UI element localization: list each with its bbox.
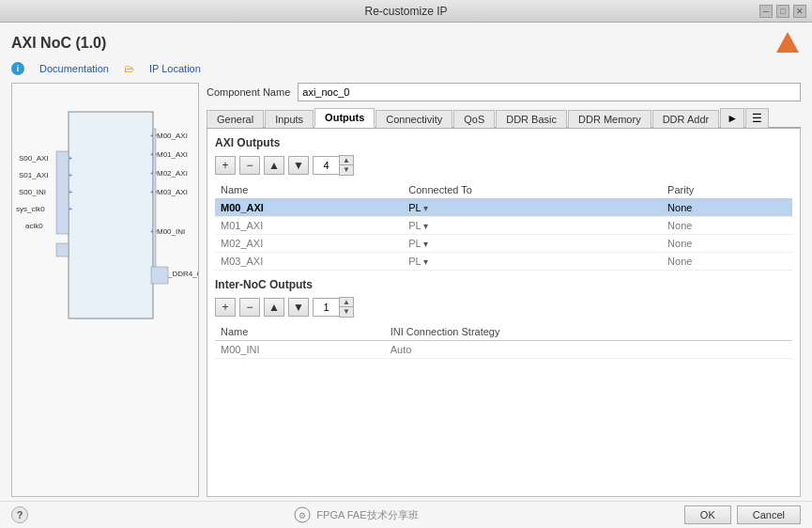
axi-col-parity: Parity [662,181,792,199]
right-panel: Component Name General Inputs Outputs Co… [207,83,801,497]
axi-outputs-table: Name Connected To Parity M00_AXI PL ▾ No… [215,181,792,271]
tab-ddr-memory[interactable]: DDR Memory [568,110,651,128]
svg-rect-24 [153,129,156,281]
axi-table-row[interactable]: M02_AXI PL ▾ None [215,235,792,253]
tab-menu-btn[interactable]: ☰ [745,108,769,128]
axi-row-connected[interactable]: PL ▾ [403,199,662,217]
ip-location-link[interactable]: IP Location [149,63,201,74]
svg-marker-0 [776,32,799,53]
axi-row-name: M01_AXI [215,217,403,235]
component-name-row: Component Name [207,83,801,101]
ini-down-button[interactable]: ▼ [288,298,309,317]
ini-spin-down[interactable]: ▼ [340,307,353,317]
tab-general[interactable]: General [207,110,264,128]
main-window: AXI NoC (1.0) i Documentation 🗁 IP Locat… [0,23,812,528]
documentation-link[interactable]: Documentation [39,63,109,74]
ini-col-name: Name [215,323,385,341]
axi-remove-button[interactable]: − [239,156,260,175]
bottom-buttons: OK Cancel [684,505,801,524]
svg-text:+: + [69,155,72,162]
tab-qos[interactable]: QoS [453,110,495,128]
maximize-button[interactable]: □ [776,5,789,18]
ini-col-strategy: INI Connection Strategy [385,323,792,341]
axi-row-parity: None [662,235,792,253]
axi-row-name: M00_AXI [215,199,403,217]
axi-row-parity: None [662,253,792,271]
axi-table-row[interactable]: M00_AXI PL ▾ None [215,199,792,217]
ini-spin-btns[interactable]: ▲ ▼ [339,297,354,318]
ini-outputs-title: Inter-NoC Outputs [215,278,792,291]
out-m01axi-label: M01_AXI [157,150,188,159]
svg-text:+: + [69,206,72,212]
svg-text:⚙: ⚙ [299,511,306,520]
axi-count-input[interactable] [313,156,339,175]
ini-count-input-group[interactable]: ▲ ▼ [313,297,354,318]
title-bar: Re-customize IP ─ □ ✕ [0,0,812,23]
port-aclk0-label: aclk0 [25,222,43,230]
tab-ddr-basic[interactable]: DDR Basic [496,110,567,128]
out-m00axi-label: M00_AXI [157,132,188,140]
content-area: S00_AXI + S01_AXI + S00_INI + sys_clk0 +… [0,79,812,501]
ini-up-button[interactable]: ▲ [264,298,284,317]
axi-spin-up[interactable]: ▲ [340,156,353,165]
ini-remove-button[interactable]: − [239,298,260,317]
axi-table-row[interactable]: M03_AXI PL ▾ None [215,253,792,271]
port-s00axi-label: S00_AXI [19,154,49,163]
axi-count-input-group[interactable]: ▲ ▼ [313,155,354,176]
out-m00ini-label: M00_INI [157,227,185,236]
axi-row-connected[interactable]: PL ▾ [403,253,662,271]
axi-spin-btns[interactable]: ▲ ▼ [339,155,354,176]
tabs-container: General Inputs Outputs Connectivity QoS … [207,107,801,129]
tab-connectivity[interactable]: Connectivity [375,110,452,128]
vivado-logo-icon [774,30,801,56]
window-controls[interactable]: ─ □ ✕ [759,5,806,18]
tab-content: AXI Outputs + − ▲ ▼ ▲ ▼ [207,129,801,497]
tab-inputs[interactable]: Inputs [265,110,314,128]
port-sysclk0-label: sys_clk0 [16,205,45,213]
axi-outputs-toolbar: + − ▲ ▼ ▲ ▼ [215,155,792,176]
svg-rect-1 [69,112,153,318]
ok-button[interactable]: OK [684,505,731,524]
toolbar-links: i Documentation 🗁 IP Location [0,60,812,79]
ini-spin-up[interactable]: ▲ [340,298,353,307]
ini-outputs-toolbar: + − ▲ ▼ ▲ ▼ [215,297,792,318]
out-m02axi-label: M02_AXI [157,169,188,178]
close-button[interactable]: ✕ [793,5,806,18]
port-s00ini-label: S00_INI [19,188,46,196]
tab-ddr-addr[interactable]: DDR Addr [652,110,720,128]
svg-text:+: + [69,189,72,195]
axi-table-row[interactable]: M01_AXI PL ▾ None [215,217,792,235]
axi-down-button[interactable]: ▼ [288,156,309,175]
axi-row-connected[interactable]: PL ▾ [403,235,662,253]
axi-row-parity: None [662,217,792,235]
svg-rect-25 [151,267,168,284]
component-name-input[interactable] [298,83,801,101]
info-icon: i [11,62,24,75]
axi-col-connected: Connected To [403,181,662,199]
ini-table-row[interactable]: M00_INI Auto [215,341,792,359]
tab-overflow-btn[interactable]: ► [720,108,744,128]
port-s01axi-label: S01_AXI [19,171,49,179]
axi-add-button[interactable]: + [215,156,236,175]
watermark: ⚙ FPGA FAE技术分享班 [294,506,418,523]
axi-outputs-title: AXI Outputs [215,136,792,149]
ini-count-input[interactable] [313,298,339,317]
axi-row-connected[interactable]: PL ▾ [403,217,662,235]
axi-up-button[interactable]: ▲ [264,156,284,175]
folder-icon: 🗁 [124,63,134,74]
svg-text:+: + [69,172,72,179]
ini-add-button[interactable]: + [215,298,236,317]
tab-outputs[interactable]: Outputs [314,108,375,128]
ini-row-strategy: Auto [385,341,792,359]
help-button[interactable]: ? [11,506,28,523]
watermark-text: FPGA FAE技术分享班 [316,508,418,522]
minimize-button[interactable]: ─ [759,5,773,18]
left-panel: S00_AXI + S01_AXI + S00_INI + sys_clk0 +… [11,83,199,497]
out-m03axi-label: M03_AXI [157,188,188,196]
cancel-button[interactable]: Cancel [737,505,801,524]
svg-rect-23 [56,243,69,256]
axi-spin-down[interactable]: ▼ [340,165,353,175]
window-title: Re-customize IP [364,5,447,18]
svg-rect-22 [56,151,69,234]
axi-row-name: M03_AXI [215,253,403,271]
